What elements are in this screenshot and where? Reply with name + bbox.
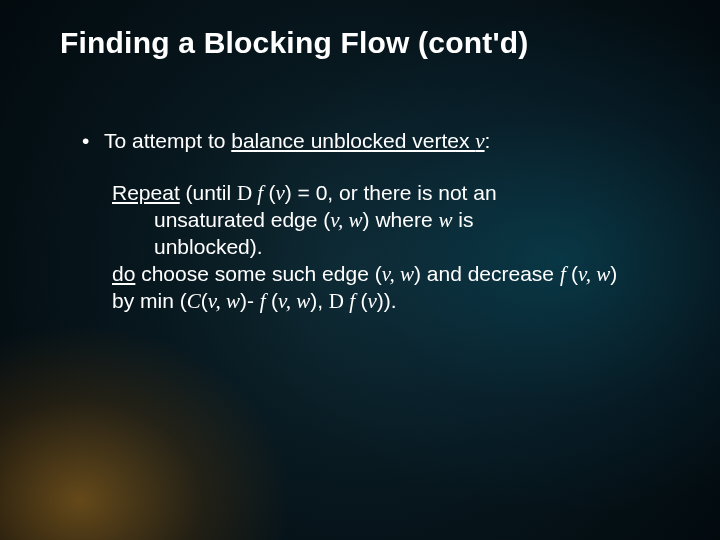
r1c: ) = 0, or there is not an — [285, 181, 497, 204]
d-vw4: v, w — [278, 289, 310, 313]
delta-2: D — [329, 289, 344, 313]
bullet-v: v — [475, 129, 484, 153]
r3: unblocked). — [154, 235, 263, 258]
repeat-line-3: unblocked). — [112, 234, 670, 261]
d1a: choose some such edge ( — [135, 262, 381, 285]
algorithm-block: Repeat (until D f (v) = 0, or there is n… — [112, 180, 670, 314]
d2c: )- — [240, 289, 260, 312]
d-f3: f — [344, 289, 360, 313]
d-f2: f — [260, 289, 271, 313]
do-keyword: do — [112, 262, 135, 285]
repeat-keyword: Repeat — [112, 181, 180, 204]
do-line-1: do choose some such edge (v, w) and decr… — [112, 261, 670, 288]
delta-1: D — [237, 181, 252, 205]
d1d: ) — [610, 262, 617, 285]
slide: Finding a Blocking Flow (cont'd) • To at… — [0, 0, 720, 540]
d2e: ), — [310, 289, 329, 312]
r-v1: v — [275, 181, 284, 205]
r2a: unsaturated edge ( — [154, 208, 330, 231]
do-line-2: by min (C(v, w)- f (v, w), D f (v)). — [112, 288, 670, 315]
bullet-underlined: balance unblocked vertex — [231, 129, 475, 152]
bullet-pre: To attempt to — [104, 129, 231, 152]
d-C: C — [187, 289, 201, 313]
bullet-item: • To attempt to balance unblocked vertex… — [82, 128, 670, 154]
d2b: ( — [201, 289, 208, 312]
d2a: by min ( — [112, 289, 187, 312]
d-vw2: v, w — [578, 262, 610, 286]
bullet-post: : — [485, 129, 491, 152]
d-vw3: v, w — [208, 289, 240, 313]
d2d: ( — [271, 289, 278, 312]
bullet-text: To attempt to balance unblocked vertex v… — [104, 128, 670, 154]
d1b: ) and decrease — [414, 262, 560, 285]
bullet-dot: • — [82, 128, 104, 154]
r-f1: f — [252, 181, 268, 205]
d-f: f — [560, 262, 571, 286]
repeat-line-2: unsaturated edge (v, w) where w is — [112, 207, 670, 234]
r2c: is — [452, 208, 473, 231]
r-vw: v, w — [330, 208, 362, 232]
slide-body: • To attempt to balance unblocked vertex… — [82, 128, 670, 315]
d-vw1: v, w — [382, 262, 414, 286]
d1c: ( — [571, 262, 578, 285]
repeat-line-1: Repeat (until D f (v) = 0, or there is n… — [112, 180, 670, 207]
slide-title: Finding a Blocking Flow (cont'd) — [60, 26, 529, 60]
d-v3: v — [367, 289, 376, 313]
r1a: (until — [180, 181, 237, 204]
d2g: )). — [377, 289, 397, 312]
r-w: w — [438, 208, 452, 232]
r2b: ) where — [363, 208, 439, 231]
